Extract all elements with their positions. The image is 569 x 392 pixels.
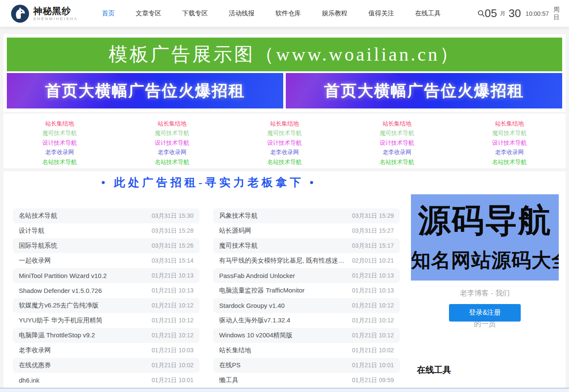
list-item[interactable]: 懒工具 01月21日 09:59 — [213, 373, 400, 388]
top-ad-banner[interactable]: 模板广告展示图（www.woailian.cn） — [7, 38, 562, 71]
list-item-title: PassFab Android Unlocker — [219, 272, 348, 279]
list-item[interactable]: 名站技术导航 03月31日 15:30 — [13, 208, 199, 223]
friend-link[interactable]: 魔司技术导航 — [116, 129, 228, 138]
login-register-button[interactable]: 登录&注册 — [449, 304, 521, 322]
list-item-date: 03月31日 15:14 — [152, 257, 194, 265]
list-item[interactable]: YUYU助手 华为手机应用精简 01月21日 10:12 — [13, 313, 199, 328]
list-item-date: 03月31日 15:26 — [152, 242, 194, 250]
nav-item-worth-following[interactable]: 值得关注 — [369, 9, 394, 18]
friend-link[interactable]: 魔司技术导航 — [341, 129, 453, 138]
list-item[interactable]: 电脑降温 ThrottleStop v9.2 01月21日 10:12 — [13, 328, 199, 343]
list-item[interactable]: 站长源码网 03月31日 15:27 — [213, 223, 400, 238]
list-item[interactable]: Stardock Groupy v1.40 01月21日 10:12 — [213, 298, 400, 313]
friend-link[interactable]: 站长集结地 — [116, 119, 228, 129]
friend-link[interactable]: 老李收录网 — [228, 148, 340, 157]
list-item[interactable]: 国际导航系统 03月31日 15:26 — [13, 238, 199, 253]
friend-link[interactable]: 站长集结地 — [453, 119, 566, 129]
list-item-title: 懒工具 — [219, 376, 348, 384]
friend-link[interactable]: 设计技术导航 — [3, 138, 116, 148]
friend-link[interactable]: 名站技术导航 — [228, 158, 340, 167]
nav-item-home[interactable]: 首页 — [102, 9, 115, 18]
friend-link[interactable]: 设计技术导航 — [228, 138, 340, 148]
friend-link[interactable]: 魔司技术导航 — [3, 129, 116, 138]
friend-link[interactable]: 老李收录网 — [3, 148, 116, 157]
list-item-date: 01月21日 10:12 — [352, 317, 394, 325]
list-item-title: 有马甲线的美女模特穿比基尼, 既有性感迷人... — [219, 257, 348, 265]
nav-item-software[interactable]: 软件仓库 — [276, 9, 301, 18]
list-item[interactable]: Shadow Defender v1.5.0.726 01月21日 10:13 — [13, 283, 199, 298]
right-ad-banner[interactable]: 首页大横幅广告位火爆招租 — [286, 73, 562, 108]
list-item-date: 01月21日 10:13 — [352, 287, 394, 295]
list-item[interactable]: 驱动人生海外版v7.1.32.4 01月21日 10:12 — [213, 313, 400, 328]
friend-link[interactable]: 老李收录网 — [453, 148, 566, 157]
date-day: 05 — [485, 7, 497, 20]
friend-link[interactable]: 老李收录网 — [116, 148, 228, 157]
list-item[interactable]: 魔司技术导航 03月31日 15:17 — [213, 238, 400, 253]
friend-link[interactable]: 站长集结地 — [228, 119, 340, 129]
list-item-date: 01月21日 10:03 — [152, 347, 194, 354]
list-item[interactable]: 风象技术导航 03月31日 15:29 — [213, 208, 400, 223]
list-item-title: 在线优惠券 — [19, 361, 147, 369]
nav-item-activities[interactable]: 活动线报 — [229, 9, 255, 18]
list-item[interactable]: 在线优惠券 01月21日 10:02 — [13, 358, 199, 373]
friend-link[interactable]: 名站技术导航 — [116, 158, 228, 167]
friend-link[interactable]: 名站技术导航 — [341, 158, 453, 167]
friend-link[interactable]: 设计技术导航 — [341, 138, 453, 148]
list-item[interactable]: 一起收录网 03月31日 15:14 — [13, 253, 199, 268]
list-item[interactable]: 有马甲线的美女模特穿比基尼, 既有性感迷人... 02月01日 10:21 — [213, 253, 400, 268]
list-item[interactable]: 电脑流量监控器 TrafficMonitor 01月21日 10:13 — [213, 283, 400, 298]
online-tools-heading: 在线工具 — [417, 364, 451, 376]
friend-link[interactable]: 站长集结地 — [3, 119, 116, 129]
banner-row: 首页大横幅广告位火爆招租 首页大横幅广告位火爆招租 — [7, 73, 562, 108]
list-item-date: 03月31日 15:27 — [352, 227, 394, 235]
list-item-title: Stardock Groupy v1.40 — [219, 302, 348, 309]
friend-link[interactable]: 魔司技术导航 — [228, 129, 340, 138]
list-item[interactable]: 老李收录网 01月21日 10:03 — [13, 343, 199, 358]
list-item[interactable]: Windows 10 v2004精简版 01月21日 10:12 — [213, 328, 400, 343]
friend-link[interactable]: 名站技术导航 — [3, 158, 116, 167]
list-item-title: dh6.ink — [19, 377, 147, 384]
friend-link[interactable]: 站长集结地 — [341, 119, 453, 129]
list-item-title: MiniTool Partition Wizard v10.2 — [19, 272, 147, 279]
list-item-title: 软媒魔方v6.25去广告纯净版 — [19, 301, 147, 310]
list-item-title: 站长源码网 — [219, 227, 348, 235]
horse-logo-icon — [11, 5, 29, 23]
sidebar: 源码导航 知名网站源码大全 老李博客 - 我们 都是宇宙中渺小 的一员 登录&注… — [411, 171, 559, 388]
datetime-widget: 05 月 30 10:00:57 周日 — [485, 6, 560, 21]
list-item[interactable]: dh6.ink 01月21日 10:01 — [13, 373, 199, 388]
friend-link[interactable]: 设计技术导航 — [116, 138, 228, 148]
list-item-title: 名站技术导航 — [19, 212, 147, 220]
top-navbar: 神秘黑纱 SHENMIHEISHA 首页 文章专区 下载专区 活动线报 软件仓库… — [0, 0, 569, 27]
friend-link[interactable]: 老李收录网 — [341, 148, 453, 157]
source-code-nav-promo-image[interactable]: 源码导航 知名网站源码大全 — [411, 194, 559, 281]
friend-link[interactable]: 名站技术导航 — [453, 158, 566, 167]
list-item[interactable]: 软媒魔方v6.25去广告纯净版 01月21日 10:12 — [13, 298, 199, 313]
friend-link[interactable]: 魔司技术导航 — [453, 129, 566, 138]
ad-rental-heading[interactable]: • 此处广告招租-寻实力老板拿下 • — [3, 175, 414, 190]
promo-subtitle: 知名网站源码大全 — [411, 242, 559, 278]
banner-card: 模板广告展示图（www.woailian.cn） 首页大横幅广告位火爆招租 首页… — [3, 34, 566, 112]
list-item[interactable]: 站长集结地 01月21日 10:02 — [213, 343, 400, 358]
nav-item-online-tools[interactable]: 在线工具 — [415, 9, 441, 18]
friend-link[interactable]: 设计技术导航 — [453, 138, 566, 148]
article-list-left: 名站技术导航 03月31日 15:30 设计导航 03月31日 15:28 国际… — [13, 208, 199, 388]
list-item-date: 01月21日 10:13 — [352, 272, 394, 280]
list-item[interactable]: 设计导航 03月31日 15:28 — [13, 223, 199, 238]
list-item-title: 风象技术导航 — [219, 212, 348, 220]
list-item-date: 01月21日 10:01 — [352, 362, 394, 369]
search-button[interactable] — [478, 10, 485, 17]
list-item[interactable]: MiniTool Partition Wizard v10.2 01月21日 1… — [13, 268, 199, 283]
list-item[interactable]: 在线PS 01月21日 10:01 — [213, 358, 400, 373]
left-ad-banner[interactable]: 首页大横幅广告位火爆招租 — [7, 73, 283, 108]
date-month-unit: 月 — [500, 10, 505, 18]
list-item-title: 国际导航系统 — [19, 242, 147, 250]
date-date: 30 — [508, 7, 521, 20]
site-logo[interactable]: 神秘黑纱 SHENMIHEISHA — [11, 5, 78, 23]
list-item[interactable]: PassFab Android Unlocker 01月21日 10:13 — [213, 268, 400, 283]
nav-item-entertainment[interactable]: 娱乐教程 — [322, 9, 348, 18]
main-nav: 首页 文章专区 下载专区 活动线报 软件仓库 娱乐教程 值得关注 在线工具 — [102, 9, 441, 18]
nav-item-articles[interactable]: 文章专区 — [136, 9, 161, 18]
nav-item-downloads[interactable]: 下载专区 — [182, 9, 208, 18]
main-content-card: • 此处广告招租-寻实力老板拿下 • 名站技术导航 03月31日 15:30 设… — [3, 171, 566, 388]
list-item-date: 01月21日 10:12 — [352, 332, 394, 339]
